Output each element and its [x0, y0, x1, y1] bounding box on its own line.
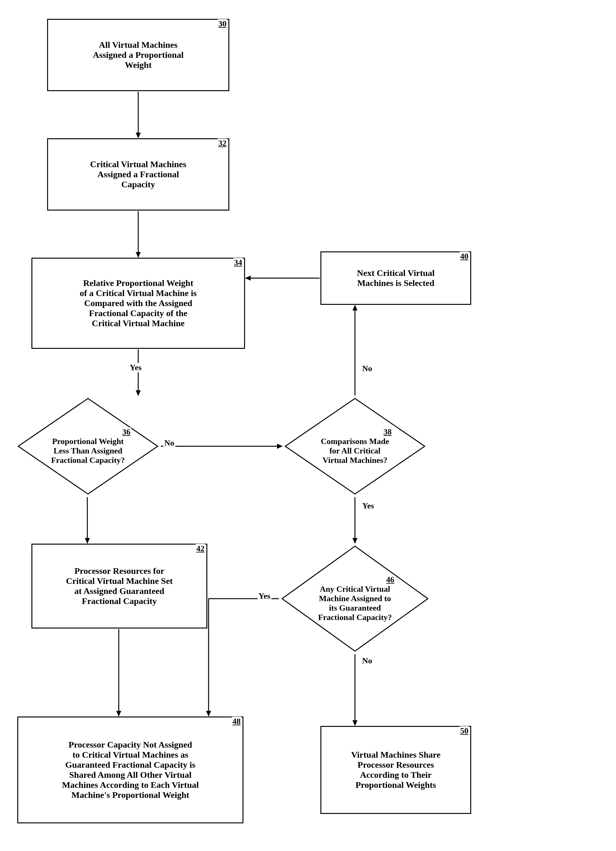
svg-marker-9 — [352, 305, 358, 310]
svg-marker-17 — [116, 711, 121, 717]
flowchart: 30 All Virtual MachinesAssigned a Propor… — [0, 0, 616, 851]
svg-marker-3 — [136, 252, 141, 258]
node-32-label: Critical Virtual MachinesAssigned a Frac… — [90, 159, 186, 189]
node-46: 46 Any Critical VirtualMachine Assigned … — [279, 544, 430, 654]
step-num-32: 32 — [218, 138, 227, 148]
node-30-label: All Virtual MachinesAssigned a Proportio… — [93, 40, 184, 70]
node-30: 30 All Virtual MachinesAssigned a Propor… — [47, 19, 229, 91]
node-42-label: Processor Resources forCritical Virtual … — [66, 566, 173, 606]
node-38-label: 38 Comparisons Madefor All CriticalVirtu… — [311, 427, 398, 465]
step-num-50: 50 — [460, 726, 469, 736]
node-50-label: Virtual Machines ShareProcessor Resource… — [351, 750, 441, 790]
step-num-34: 34 — [233, 258, 243, 268]
svg-marker-1 — [136, 132, 141, 138]
svg-marker-5 — [136, 390, 141, 396]
node-38: 38 Comparisons Madefor All CriticalVirtu… — [283, 396, 427, 496]
node-36: 36 Proportional WeightLess Than Assigned… — [16, 396, 160, 496]
node-48: 48 Processor Capacity Not Assignedto Cri… — [17, 717, 243, 823]
node-32: 32 Critical Virtual MachinesAssigned a F… — [47, 138, 229, 210]
node-48-label: Processor Capacity Not Assignedto Critic… — [62, 740, 199, 800]
svg-marker-7 — [277, 444, 283, 449]
node-36-label: 36 Proportional WeightLess Than Assigned… — [42, 427, 134, 465]
step-num-42: 42 — [196, 544, 205, 553]
node-34: 34 Relative Proportional Weightof a Crit… — [32, 258, 245, 349]
svg-marker-20 — [206, 711, 211, 717]
label-no-38: No — [361, 364, 373, 373]
step-num-40: 40 — [460, 252, 469, 261]
label-yes-38: Yes — [361, 501, 375, 511]
step-num-48: 48 — [232, 717, 241, 726]
svg-marker-15 — [352, 538, 358, 544]
svg-marker-13 — [85, 538, 90, 544]
node-34-label: Relative Proportional Weightof a Critica… — [80, 278, 197, 328]
label-yes-46: Yes — [258, 591, 271, 601]
node-46-label: 46 Any Critical VirtualMachine Assigned … — [309, 575, 401, 622]
label-yes-34: Yes — [129, 363, 143, 372]
node-40-label: Next Critical VirtualMachines is Selecte… — [357, 268, 434, 288]
label-no-46: No — [361, 656, 373, 666]
node-42: 42 Processor Resources forCritical Virtu… — [32, 544, 207, 628]
node-40: 40 Next Critical VirtualMachines is Sele… — [320, 251, 471, 305]
step-num-30: 30 — [218, 19, 227, 29]
label-no-36: No — [163, 438, 175, 448]
node-50: 50 Virtual Machines ShareProcessor Resou… — [320, 726, 471, 814]
svg-marker-11 — [245, 276, 251, 281]
svg-marker-22 — [352, 720, 358, 726]
